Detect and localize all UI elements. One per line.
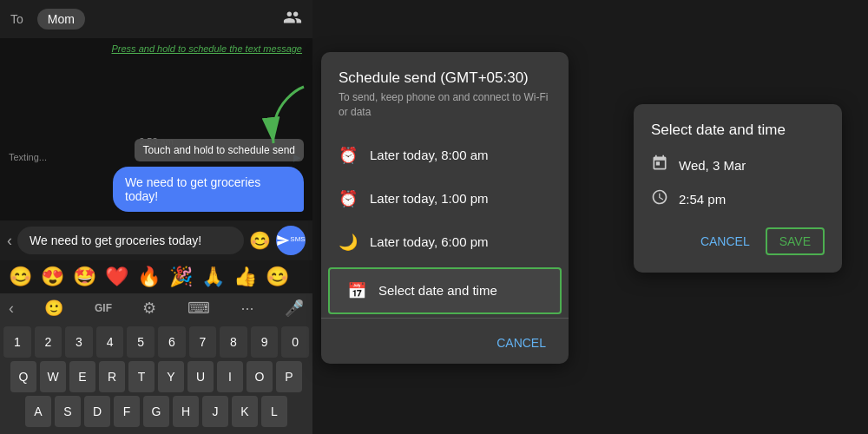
key-0[interactable]: 0 bbox=[281, 326, 309, 358]
key-d[interactable]: D bbox=[84, 396, 110, 427]
key-j[interactable]: J bbox=[202, 396, 228, 427]
expand-icon[interactable]: ‹ bbox=[7, 232, 12, 250]
schedule-cancel-button[interactable]: Cancel bbox=[488, 331, 555, 355]
tooltip-bubble: Touch and hold to schedule send bbox=[135, 139, 304, 161]
chat-area: 2:53 am Texting... ▶ Touch and hold to s… bbox=[0, 59, 312, 220]
top-bar: To Mom bbox=[0, 0, 312, 38]
key-p[interactable]: P bbox=[276, 361, 302, 392]
clock-icon-1: ⏰ bbox=[339, 146, 358, 165]
keyboard-row-qwerty: Q W E R T Y U I O P bbox=[3, 361, 309, 392]
date-row: Wed, 3 Mar bbox=[651, 155, 825, 176]
key-o[interactable]: O bbox=[247, 361, 273, 392]
emoji-heart[interactable]: ❤️ bbox=[105, 266, 128, 288]
emoji-icon[interactable]: 😊 bbox=[249, 230, 271, 251]
key-t[interactable]: T bbox=[128, 361, 155, 392]
instruction-text: Press and hold to schedule the text mess… bbox=[0, 38, 312, 59]
datetime-dialog: Select date and time Wed, 3 Mar 2:54 pm … bbox=[634, 104, 842, 273]
schedule-label-1: Later today, 8:00 am bbox=[370, 148, 488, 162]
emoji-thumbs[interactable]: 👍 bbox=[233, 266, 257, 288]
sms-label: SMS bbox=[290, 236, 305, 243]
key-a[interactable]: A bbox=[25, 396, 51, 427]
keyboard-row-nums: 1 2 3 4 5 6 7 8 9 0 bbox=[3, 326, 309, 358]
mic-icon[interactable]: 🎤 bbox=[285, 299, 304, 318]
key-l[interactable]: L bbox=[261, 396, 287, 427]
sticker-icon[interactable]: 🙂 bbox=[44, 299, 63, 318]
to-label: To bbox=[10, 12, 23, 26]
key-2[interactable]: 2 bbox=[35, 326, 62, 358]
emoji-party[interactable]: 🎉 bbox=[169, 266, 193, 288]
date-calendar-icon bbox=[651, 155, 668, 176]
dialog-cancel-row: Cancel bbox=[321, 322, 569, 364]
schedule-label-3: Later today, 6:00 pm bbox=[370, 234, 488, 249]
key-1[interactable]: 1 bbox=[3, 326, 31, 358]
clock-icon-2: ⏰ bbox=[339, 189, 358, 208]
settings-icon[interactable]: ⚙ bbox=[142, 299, 156, 318]
back-icon[interactable]: ‹ bbox=[9, 299, 14, 318]
key-h[interactable]: H bbox=[173, 396, 199, 427]
keyboard-toolbar: ‹ 🙂 GIF ⚙ ⌨ ··· 🎤 bbox=[0, 293, 312, 323]
emoji-pray[interactable]: 🙏 bbox=[201, 266, 225, 288]
time-clock-icon bbox=[651, 188, 668, 210]
key-g[interactable]: G bbox=[143, 396, 169, 427]
key-k[interactable]: K bbox=[232, 396, 258, 427]
date-value[interactable]: Wed, 3 Mar bbox=[679, 158, 746, 173]
datetime-cancel-button[interactable]: Cancel bbox=[694, 227, 757, 255]
add-contact-icon[interactable] bbox=[283, 8, 302, 31]
more-icon[interactable]: ··· bbox=[240, 299, 253, 318]
key-s[interactable]: S bbox=[55, 396, 81, 427]
key-8[interactable]: 8 bbox=[220, 326, 247, 358]
key-4[interactable]: 4 bbox=[96, 326, 124, 358]
schedule-dialog-subtitle: To send, keep phone on and connect to Wi… bbox=[321, 90, 569, 134]
emoji-fire[interactable]: 🔥 bbox=[137, 266, 161, 288]
keyboard: 1 2 3 4 5 6 7 8 9 0 Q W E R T Y U I O P … bbox=[0, 323, 312, 434]
gif-icon[interactable]: GIF bbox=[95, 302, 112, 314]
message-bubble: We need to get groceries today! bbox=[113, 167, 304, 212]
schedule-dialog-title: Schedule send (GMT+05:30) bbox=[321, 69, 569, 90]
dialog-divider bbox=[321, 318, 569, 319]
key-7[interactable]: 7 bbox=[189, 326, 217, 358]
datetime-dialog-title: Select date and time bbox=[651, 122, 825, 139]
key-w[interactable]: W bbox=[40, 361, 66, 392]
schedule-dialog: Schedule send (GMT+05:30) To send, keep … bbox=[321, 52, 569, 364]
schedule-option-6pm[interactable]: 🌙 Later today, 6:00 pm bbox=[321, 220, 569, 264]
key-f[interactable]: F bbox=[114, 396, 140, 427]
emoji-more[interactable]: 😊 bbox=[266, 266, 289, 288]
schedule-option-custom[interactable]: 📅 Select date and time bbox=[330, 269, 560, 312]
key-5[interactable]: 5 bbox=[127, 326, 155, 358]
key-e[interactable]: E bbox=[69, 361, 95, 392]
message-input[interactable] bbox=[17, 227, 244, 254]
key-u[interactable]: U bbox=[187, 361, 214, 392]
schedule-option-8am[interactable]: ⏰ Later today, 8:00 am bbox=[321, 134, 569, 177]
sms-app-panel: To Mom Press and hold to schedule the te… bbox=[0, 0, 312, 434]
datetime-save-button[interactable]: Save bbox=[766, 227, 825, 255]
key-9[interactable]: 9 bbox=[251, 326, 279, 358]
contact-chip[interactable]: Mom bbox=[37, 9, 85, 30]
calendar-icon: 📅 bbox=[347, 281, 366, 300]
time-value[interactable]: 2:54 pm bbox=[679, 192, 726, 207]
key-i[interactable]: I bbox=[217, 361, 243, 392]
translate-icon[interactable]: ⌨ bbox=[187, 299, 210, 318]
emoji-love[interactable]: 😍 bbox=[41, 266, 64, 288]
keyboard-row-asdf: A S D F G H J K L bbox=[3, 396, 309, 427]
key-y[interactable]: Y bbox=[158, 361, 184, 392]
emoji-row: 😊 😍 🤩 ❤️ 🔥 🎉 🙏 👍 😊 bbox=[0, 260, 312, 293]
send-button[interactable]: SMS bbox=[276, 226, 306, 255]
moon-icon: 🌙 bbox=[339, 233, 358, 252]
datetime-action-row: Cancel Save bbox=[651, 227, 825, 255]
key-q[interactable]: Q bbox=[10, 361, 36, 392]
input-row: ‹ 😊 SMS bbox=[0, 220, 312, 260]
key-r[interactable]: R bbox=[99, 361, 125, 392]
time-row: 2:54 pm bbox=[651, 188, 825, 210]
schedule-option-1pm[interactable]: ⏰ Later today, 1:00 pm bbox=[321, 177, 569, 220]
schedule-label-4: Select date and time bbox=[378, 283, 497, 298]
key-6[interactable]: 6 bbox=[158, 326, 186, 358]
schedule-label-2: Later today, 1:00 pm bbox=[370, 191, 488, 206]
emoji-cool[interactable]: 🤩 bbox=[73, 266, 96, 288]
emoji-laugh[interactable]: 😊 bbox=[9, 266, 32, 288]
key-3[interactable]: 3 bbox=[65, 326, 93, 358]
